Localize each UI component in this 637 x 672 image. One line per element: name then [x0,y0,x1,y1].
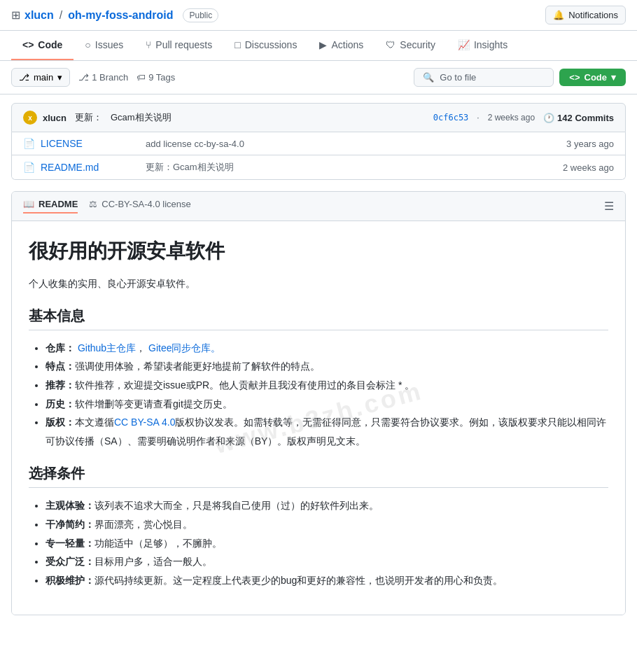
insights-icon: 📈 [458,39,470,50]
readme-bullets2: 主观体验：该列表不追求大而全，只是将我自己使用（过）的好软件列出来。 干净简约：… [29,496,608,589]
tab-pull-requests[interactable]: ⑂ Pull requests [134,31,223,60]
tab-actions[interactable]: ▶ Actions [308,31,374,60]
actions-icon: ▶ [319,39,327,50]
file-name[interactable]: LICENSE [41,138,146,149]
readme-menu-icon[interactable]: ☰ [604,200,614,213]
file-name[interactable]: README.md [41,162,146,173]
go-to-file-placeholder: Go to file [440,72,476,83]
file-commit-msg: add license cc-by-sa-4.0 [146,139,530,149]
commit-message: Gcam相关说明 [111,111,172,124]
readme-content: www.b3zh.com 很好用的开源安卓软件 个人收集的实用、良心开源安卓软件… [12,221,625,615]
tag-count: 9 Tags [148,72,175,83]
readme-license-label: CC-BY-SA-4.0 license [102,199,190,209]
commit-author[interactable]: xlucn [43,113,66,123]
commit-right: 0cf6c53 · 2 weeks ago 🕐 142 Commits [433,113,614,123]
tab-discussions-label: Discussions [245,39,298,50]
table-row: 📄 README.md 更新：Gcam相关说明 2 weeks ago [12,155,625,179]
commits-link[interactable]: 🕐 142 Commits [543,113,614,123]
code-btn-icon: <> [569,72,580,83]
nav-tabs: <> Code ○ Issues ⑂ Pull requests □ Discu… [0,31,637,61]
tab-insights-label: Insights [474,39,507,50]
table-row: 📄 LICENSE add license cc-by-sa-4.0 3 yea… [12,132,625,155]
tab-issues[interactable]: ○ Issues [74,31,134,60]
tab-security[interactable]: 🛡 Security [374,31,447,60]
topbar-left: ⊞ xlucn / oh-my-foss-android Public [11,8,218,22]
avatar-initial: x [28,114,32,122]
notifications-button[interactable]: 🔔 Notifications [545,6,626,24]
tag-icon: 🏷 [136,72,146,83]
tab-security-label: Security [400,39,435,50]
list-item: 仓库： Github主仓库， Gitee同步仓库。 [46,339,608,358]
readme-section1-title: 基本信息 [29,307,608,330]
readme-intro: 个人收集的实用、良心开源安卓软件。 [29,276,608,293]
file-time: 2 weeks ago [530,162,614,173]
tab-issues-label: Issues [95,39,123,50]
file-time: 3 years ago [530,139,614,149]
security-icon: 🛡 [386,39,396,50]
branch-icon: ⎇ [19,72,29,83]
gitee-link[interactable]: Gitee同步仓库。 [148,342,220,354]
branch-bar: ⎇ main ▾ ⎇ 1 Branch 🏷 9 Tags 🔍 Go to fil… [0,61,637,94]
readme-section2-title: 选择条件 [29,464,608,488]
commit-info: x xlucn 更新： Gcam相关说明 0cf6c53 · 2 weeks a… [11,103,626,132]
search-icon: 🔍 [423,72,434,83]
github-link[interactable]: Github主仓库 [78,342,136,354]
list-item: 主观体验：该列表不追求大而全，只是将我自己使用（过）的好软件列出来。 [46,496,608,515]
cc-license-link[interactable]: CC BY-SA 4.0 [114,416,175,428]
avatar: x [23,111,37,125]
list-item: 特点：强调使用体验，希望读者能更好地提前了解软件的特点。 [46,357,608,376]
file-icon: 📄 [23,162,35,173]
tab-actions-label: Actions [331,39,363,50]
branch-count-link[interactable]: ⎇ 1 Branch [78,72,128,83]
list-item: 干净简约：界面漂亮，赏心悦目。 [46,515,608,534]
repo-name[interactable]: oh-my-foss-android [68,9,173,22]
readme-tab-license[interactable]: ⚖ CC-BY-SA-4.0 license [89,199,190,214]
repo-separator: / [59,9,62,22]
branch-chevron-icon: ▾ [57,72,62,83]
readme-tab-label: README [38,199,78,209]
code-btn-chevron: ▾ [611,72,616,83]
branch-bar-left: ⎇ main ▾ ⎇ 1 Branch 🏷 9 Tags [11,68,175,87]
branch-meta: ⎇ 1 Branch 🏷 9 Tags [78,72,175,83]
tag-count-link[interactable]: 🏷 9 Tags [136,72,175,83]
file-icon: 📄 [23,138,35,149]
code-icon: <> [22,39,34,50]
clock-icon: 🕐 [543,113,554,123]
branch-name: main [34,72,53,83]
book-icon: 📖 [23,199,34,209]
file-commit-msg: 更新：Gcam相关说明 [146,161,530,174]
tab-pull-requests-label: Pull requests [155,39,212,50]
branch-selector[interactable]: ⎇ main ▾ [11,68,70,87]
topbar: ⊞ xlucn / oh-my-foss-android Public 🔔 No… [0,0,637,31]
tab-code[interactable]: <> Code [11,31,74,60]
go-to-file-input[interactable]: 🔍 Go to file [414,68,554,87]
bell-icon: 🔔 [553,10,564,20]
commit-hash[interactable]: 0cf6c53 [433,113,469,122]
list-item: 版权：本文遵循CC BY-SA 4.0版权协议发表。如需转载等，无需征得同意，只… [46,413,608,450]
commit-update-label: 更新： [75,111,102,124]
readme-header: 📖 README ⚖ CC-BY-SA-4.0 license ☰ [12,192,625,221]
tab-insights[interactable]: 📈 Insights [447,31,519,60]
repo-owner[interactable]: xlucn [24,9,54,22]
branch-count: 1 Branch [92,72,128,83]
branch-meta-icon: ⎇ [78,72,89,83]
readme-title: 很好用的开源安卓软件 [29,238,608,265]
tab-discussions[interactable]: □ Discussions [223,31,308,60]
readme-bullets1: 仓库： Github主仓库， Gitee同步仓库。 特点：强调使用体验，希望读者… [29,339,608,451]
commits-count: 142 Commits [557,113,614,123]
readme-section: 📖 README ⚖ CC-BY-SA-4.0 license ☰ www.b3… [11,191,626,615]
file-table: 📄 LICENSE add license cc-by-sa-4.0 3 yea… [11,132,626,180]
code-btn-label: Code [584,72,608,83]
license-icon: ⚖ [89,199,97,209]
issues-icon: ○ [85,39,90,50]
commit-left: x xlucn 更新： Gcam相关说明 [23,111,172,125]
list-item: 推荐：软件推荐，欢迎提交issue或PR。他人贡献并且我没有使用过的条目会标注 … [46,376,608,395]
list-item: 受众广泛：目标用户多，适合一般人。 [46,552,608,571]
discussions-icon: □ [234,39,240,50]
code-button[interactable]: <> Code ▾ [559,69,626,86]
list-item: 积极维护：源代码持续更新。这一定程度上代表更少的bug和更好的兼容性，也说明开发… [46,571,608,590]
readme-tab-readme[interactable]: 📖 README [23,199,78,214]
branch-bar-right: 🔍 Go to file <> Code ▾ [414,68,626,87]
list-item: 专一轻量：功能适中（足够），不臃肿。 [46,534,608,553]
notifications-label: Notifications [568,10,618,20]
